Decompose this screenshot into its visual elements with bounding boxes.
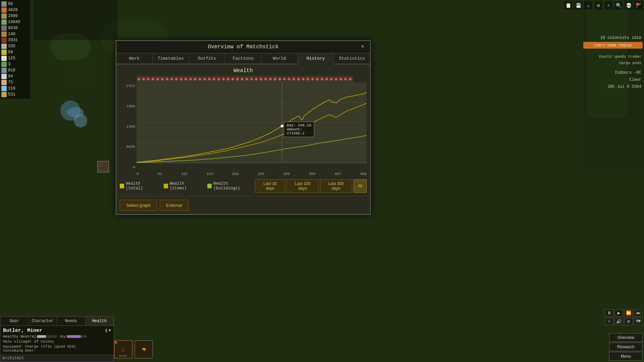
event-dot[interactable]	[189, 78, 192, 80]
event-dot[interactable]	[349, 78, 352, 80]
event-dot[interactable]	[222, 78, 225, 80]
event-dot[interactable]	[208, 78, 211, 80]
learn-home-region-button[interactable]: Learn home region	[583, 42, 643, 49]
filter-30d[interactable]: Last 30 days	[255, 179, 285, 193]
event-dot[interactable]	[255, 78, 258, 80]
legend-color-total	[120, 184, 124, 188]
event-dot[interactable]	[269, 78, 272, 80]
event-dot[interactable]	[161, 78, 164, 80]
event-dot[interactable]	[260, 78, 262, 80]
event-dot[interactable]	[311, 78, 314, 80]
event-dot[interactable]	[170, 78, 173, 80]
event-dot[interactable]	[325, 78, 328, 80]
tab-gear[interactable]: Gear	[0, 317, 29, 325]
settings-icon[interactable]: ⚙️	[594, 1, 602, 9]
event-dot[interactable]	[166, 78, 168, 80]
character-info: Butler, Miner ℹ ▼ Healthy Neutral Joy	[0, 326, 114, 355]
right-item-trader: Exotic goods trader	[583, 54, 643, 59]
play-button[interactable]: ▶	[614, 309, 623, 317]
tab-outfits[interactable]: Outfits	[189, 53, 225, 64]
colony-icon[interactable]: 📋	[564, 1, 572, 9]
event-dot[interactable]	[307, 78, 309, 80]
event-dot[interactable]	[231, 78, 234, 80]
event-dot[interactable]	[184, 78, 187, 80]
pause-button[interactable]: ⏸	[605, 309, 613, 317]
resource-icon	[1, 74, 7, 79]
y-axis: 2412 1809 1206 6030 0	[120, 82, 137, 176]
event-dot[interactable]	[250, 78, 253, 80]
extra-btn-1[interactable]: ⚡	[605, 318, 613, 325]
resource-icon	[1, 86, 7, 91]
event-dot[interactable]	[227, 78, 229, 80]
event-dot[interactable]	[138, 78, 140, 80]
event-dot[interactable]	[339, 78, 342, 80]
event-dot[interactable]	[316, 78, 319, 80]
tab-health[interactable]: Health	[86, 317, 114, 325]
event-dot[interactable]	[274, 78, 276, 80]
search-icon[interactable]: 🔍	[614, 1, 623, 9]
extra-btn-4[interactable]: 🗺	[634, 318, 643, 325]
event-dot[interactable]	[335, 78, 337, 80]
event-dot[interactable]	[199, 78, 201, 80]
extra-btn-2[interactable]: 🔊	[614, 318, 623, 325]
event-dot[interactable]	[194, 78, 197, 80]
event-dot[interactable]	[302, 78, 305, 80]
tab-timetables[interactable]: Timetables	[153, 53, 189, 64]
event-dot[interactable]	[180, 78, 182, 80]
filter-300d[interactable]: Last 300 days	[320, 179, 352, 193]
filter-100d[interactable]: Last 100 days	[286, 179, 319, 193]
tab-factions[interactable]: Factions	[225, 53, 261, 64]
legend-items: Wealth (items)	[164, 181, 202, 191]
event-dot[interactable]	[297, 78, 300, 80]
event-dot[interactable]	[283, 78, 286, 80]
event-dot[interactable]	[203, 78, 206, 80]
event-dot[interactable]	[288, 78, 290, 80]
draft-icon-btn[interactable]: ⚔ Draft R	[114, 340, 132, 359]
resource-row: 818	[1, 68, 29, 73]
menu-button[interactable]: Menu	[609, 352, 643, 361]
power-icon[interactable]: ⚡	[604, 1, 612, 9]
event-dot[interactable]	[213, 78, 215, 80]
select-graph-button[interactable]: Select graph	[120, 200, 157, 211]
expand-icon[interactable]: ▼	[108, 328, 111, 334]
tab-history[interactable]: History	[298, 53, 334, 64]
event-dot[interactable]	[330, 78, 333, 80]
skull-icon[interactable]: 💀	[625, 1, 633, 9]
tab-world[interactable]: World	[262, 53, 298, 64]
event-dot[interactable]	[156, 78, 159, 80]
save-icon[interactable]: 💾	[574, 1, 582, 9]
event-dot[interactable]	[278, 78, 281, 80]
event-dot[interactable]	[344, 78, 347, 80]
event-dot[interactable]	[264, 78, 267, 80]
wealth-chart[interactable]	[137, 82, 367, 170]
tab-work[interactable]: Work	[116, 53, 153, 64]
event-dot[interactable]	[236, 78, 239, 80]
event-dot[interactable]	[292, 78, 295, 80]
filter-all[interactable]: All	[354, 179, 367, 193]
overview-button[interactable]: Overview	[609, 333, 643, 342]
tab-statistics[interactable]: Statistics	[334, 53, 370, 64]
tab-character[interactable]: Character	[29, 317, 57, 325]
event-dot[interactable]	[152, 78, 154, 80]
event-dot[interactable]	[175, 78, 178, 80]
event-dot[interactable]	[147, 78, 150, 80]
graph-svg-container[interactable]: 0 51 102 153 203 254 305 356 407 458 Day…	[137, 82, 367, 176]
chart-title: Wealth	[120, 68, 367, 74]
weapon-icon-btn[interactable]: 🔫 B	[135, 340, 153, 359]
research-button[interactable]: Research	[609, 343, 643, 351]
info-icon[interactable]: ℹ	[105, 328, 107, 334]
event-dot[interactable]	[241, 78, 244, 80]
alert-icon[interactable]: ⚠️	[584, 1, 592, 9]
close-button[interactable]: ×	[359, 44, 366, 50]
event-dot[interactable]	[246, 78, 248, 80]
shadow-area	[34, 0, 117, 40]
flag-icon[interactable]: 🚩	[635, 1, 643, 9]
external-button[interactable]: External	[160, 200, 189, 211]
event-dot[interactable]	[142, 78, 145, 80]
event-dot[interactable]	[321, 78, 323, 80]
event-dot[interactable]	[217, 78, 220, 80]
ultra-fast-button[interactable]: ⏭	[634, 309, 643, 317]
fast-forward-button[interactable]: ⏩	[624, 309, 633, 317]
tab-needs[interactable]: Needs	[57, 317, 86, 325]
extra-btn-3[interactable]: ⚙	[624, 318, 633, 325]
